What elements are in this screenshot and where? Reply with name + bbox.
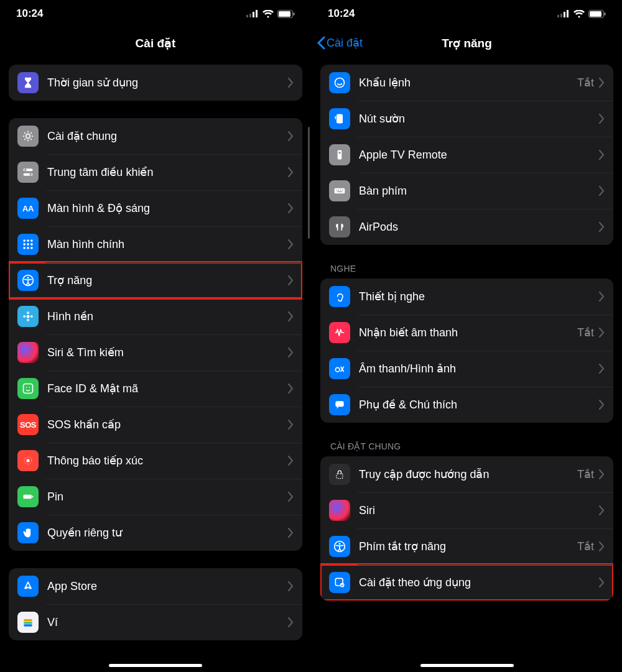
row-sidebtn[interactable]: Nút sườn bbox=[320, 101, 613, 137]
siri-icon bbox=[329, 500, 350, 521]
svg-rect-33 bbox=[24, 495, 32, 499]
row-wallpaper[interactable]: Hình nền bbox=[9, 298, 302, 334]
row-label: Cài đặt chung bbox=[47, 129, 288, 143]
svg-rect-15 bbox=[24, 243, 26, 245]
row-keyboards[interactable]: Bàn phím bbox=[320, 173, 613, 209]
row-hearing[interactable]: Thiết bị nghe bbox=[320, 278, 613, 315]
svg-rect-38 bbox=[557, 15, 559, 17]
nav-header: Cài đặt Trợ năng bbox=[312, 27, 622, 58]
row-av[interactable]: Âm thanh/Hình ảnh bbox=[320, 351, 613, 387]
home-indicator[interactable] bbox=[420, 664, 514, 667]
status-right bbox=[557, 10, 606, 18]
access-icon bbox=[17, 270, 39, 291]
grid-icon bbox=[17, 234, 39, 255]
chevron-right-icon bbox=[288, 492, 294, 502]
page-title: Trợ năng bbox=[442, 36, 492, 50]
svg-point-27 bbox=[30, 315, 33, 318]
row-control[interactable]: Trung tâm điều khiển bbox=[9, 154, 302, 190]
row-label: Ví bbox=[47, 616, 288, 629]
wave-icon bbox=[329, 322, 350, 343]
svg-rect-1 bbox=[249, 14, 251, 17]
svg-rect-2 bbox=[253, 12, 254, 17]
group-main: Cài đặt chungTrung tâm điều khiểnAAMàn h… bbox=[9, 118, 302, 551]
accessibility-body[interactable]: Khẩu lệnhTắtNút sườnApple TV RemoteBàn p… bbox=[312, 58, 622, 672]
svg-rect-43 bbox=[590, 11, 601, 17]
group-store: App StoreVí bbox=[9, 568, 302, 640]
chevron-right-icon bbox=[599, 292, 605, 301]
row-battery[interactable]: Pin bbox=[9, 479, 302, 515]
row-wallet[interactable]: Ví bbox=[9, 604, 302, 640]
svg-rect-6 bbox=[294, 12, 295, 16]
svg-rect-47 bbox=[338, 150, 342, 160]
chevron-right-icon bbox=[288, 78, 294, 88]
row-privacy[interactable]: Quyền riêng tư bbox=[9, 515, 302, 551]
row-tvremote[interactable]: Apple TV Remote bbox=[320, 137, 613, 173]
row-value: Tắt bbox=[577, 467, 594, 481]
svg-rect-50 bbox=[336, 190, 337, 190]
row-sos[interactable]: SOSSOS khẩn cấp bbox=[9, 407, 302, 443]
row-guided[interactable]: Truy cập được hướng dẫnTắt bbox=[320, 456, 613, 492]
svg-point-26 bbox=[23, 315, 26, 318]
row-voicectl[interactable]: Khẩu lệnhTắt bbox=[320, 65, 613, 101]
settings-body[interactable]: Thời gian sử dụng Cài đặt chungTrung tâm… bbox=[0, 58, 311, 672]
row-access[interactable]: Trợ năng bbox=[9, 262, 302, 298]
svg-point-30 bbox=[29, 387, 30, 389]
row-screentime[interactable]: Thời gian sử dụng bbox=[9, 65, 302, 101]
row-label: Phím tắt trợ năng bbox=[359, 540, 577, 553]
status-bar: 10:24 bbox=[312, 0, 622, 27]
chevron-right-icon bbox=[288, 203, 294, 213]
svg-rect-35 bbox=[24, 619, 32, 621]
row-appstore[interactable]: App Store bbox=[9, 568, 302, 604]
wallet-icon bbox=[17, 612, 39, 633]
row-label: Thời gian sử dụng bbox=[47, 76, 288, 90]
row-label: Trợ năng bbox=[47, 274, 288, 287]
svg-rect-51 bbox=[338, 190, 340, 190]
voice-icon bbox=[329, 72, 350, 93]
svg-point-45 bbox=[335, 78, 345, 88]
side-icon bbox=[329, 108, 350, 129]
svg-point-7 bbox=[26, 134, 30, 139]
svg-rect-0 bbox=[246, 15, 248, 17]
home-indicator[interactable] bbox=[109, 664, 202, 667]
row-shortcut[interactable]: Phím tắt trợ năngTắt bbox=[320, 528, 613, 564]
back-button[interactable]: Cài đặt bbox=[317, 36, 363, 50]
row-faceid[interactable]: Face ID & Mật mã bbox=[9, 371, 302, 407]
row-label: Nhận biết âm thanh bbox=[359, 326, 577, 339]
group-screentime: Thời gian sử dụng bbox=[9, 65, 302, 101]
AA-icon: AA bbox=[17, 198, 39, 219]
row-display[interactable]: AAMàn hình & Độ sáng bbox=[9, 190, 302, 226]
chevron-right-icon bbox=[599, 328, 605, 338]
row-siri[interactable]: Siri & Tìm kiếm bbox=[9, 334, 302, 371]
row-label: Phụ đề & Chú thích bbox=[359, 398, 599, 412]
dots-icon bbox=[17, 450, 39, 471]
flower-icon bbox=[17, 306, 39, 327]
svg-point-11 bbox=[30, 173, 32, 175]
remote-icon bbox=[329, 144, 350, 165]
row-label: Truy cập được hướng dẫn bbox=[359, 467, 577, 481]
row-airpods[interactable]: AirPods bbox=[320, 209, 613, 245]
chevron-right-icon bbox=[288, 348, 294, 357]
appstore-icon bbox=[17, 576, 39, 597]
row-value: Tắt bbox=[577, 540, 594, 553]
cellular-icon bbox=[557, 10, 570, 17]
cellular-icon bbox=[246, 10, 259, 17]
scrollbar[interactable] bbox=[308, 127, 310, 239]
row-perapp[interactable]: Cài đặt theo ứng dụng bbox=[320, 564, 613, 601]
row-general[interactable]: Cài đặt chung bbox=[9, 118, 302, 154]
svg-point-23 bbox=[27, 315, 30, 318]
chevron-right-icon bbox=[288, 275, 294, 285]
svg-rect-36 bbox=[24, 622, 32, 624]
row-sirir[interactable]: Siri bbox=[320, 492, 613, 528]
chevron-right-icon bbox=[288, 581, 294, 591]
row-exposure[interactable]: Thông báo tiếp xúc bbox=[9, 443, 302, 479]
row-captions[interactable]: Phụ đề & Chú thích bbox=[320, 387, 613, 423]
row-label: Face ID & Mật mã bbox=[47, 382, 288, 395]
svg-rect-28 bbox=[24, 384, 33, 394]
svg-rect-54 bbox=[337, 191, 342, 192]
row-home[interactable]: Màn hình chính bbox=[9, 226, 302, 262]
chevron-right-icon bbox=[599, 150, 605, 160]
faceid-icon bbox=[17, 378, 39, 399]
back-label: Cài đặt bbox=[327, 36, 363, 50]
svg-point-55 bbox=[335, 367, 340, 372]
row-soundrec[interactable]: Nhận biết âm thanhTắt bbox=[320, 315, 613, 351]
